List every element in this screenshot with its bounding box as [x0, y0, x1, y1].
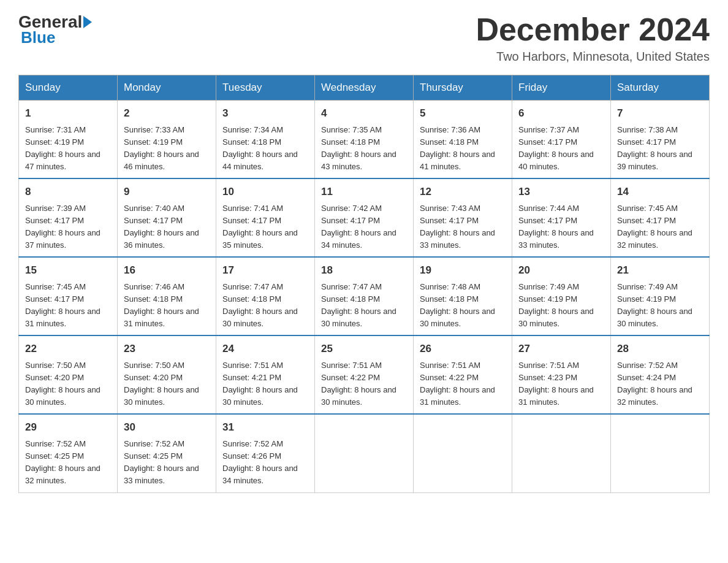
column-header-saturday: Saturday — [611, 75, 710, 101]
day-number: 31 — [222, 419, 308, 435]
title-section: December 2024 Two Harbors, Minnesota, Un… — [476, 12, 710, 64]
day-number: 18 — [321, 262, 407, 278]
column-header-tuesday: Tuesday — [216, 75, 315, 101]
calendar-day-cell: 13Sunrise: 7:44 AMSunset: 4:17 PMDayligh… — [512, 178, 611, 257]
calendar-day-cell: 12Sunrise: 7:43 AMSunset: 4:17 PMDayligh… — [414, 178, 512, 257]
day-number: 5 — [420, 105, 506, 121]
day-info: Sunrise: 7:48 AMSunset: 4:18 PMDaylight:… — [420, 281, 506, 331]
column-header-wednesday: Wednesday — [315, 75, 414, 101]
day-number: 4 — [321, 105, 407, 121]
day-info: Sunrise: 7:33 AMSunset: 4:19 PMDaylight:… — [124, 124, 210, 174]
day-info: Sunrise: 7:39 AMSunset: 4:17 PMDaylight:… — [25, 202, 111, 252]
day-number: 8 — [25, 184, 111, 200]
calendar-table: SundayMondayTuesdayWednesdayThursdayFrid… — [18, 75, 710, 492]
calendar-day-cell: 25Sunrise: 7:51 AMSunset: 4:22 PMDayligh… — [315, 335, 414, 414]
day-number: 19 — [420, 262, 506, 278]
day-info: Sunrise: 7:51 AMSunset: 4:22 PMDaylight:… — [321, 359, 407, 409]
page-header: General Blue December 2024 Two Harbors, … — [18, 12, 710, 64]
day-number: 17 — [222, 262, 308, 278]
calendar-day-cell: 19Sunrise: 7:48 AMSunset: 4:18 PMDayligh… — [414, 257, 512, 335]
calendar-day-cell: 26Sunrise: 7:51 AMSunset: 4:22 PMDayligh… — [414, 335, 512, 414]
calendar-day-cell: 22Sunrise: 7:50 AMSunset: 4:20 PMDayligh… — [19, 335, 118, 414]
calendar-day-cell: 4Sunrise: 7:35 AMSunset: 4:18 PMDaylight… — [315, 101, 414, 179]
day-number: 16 — [124, 262, 210, 278]
day-number: 15 — [25, 262, 111, 278]
column-header-sunday: Sunday — [19, 75, 118, 101]
column-header-thursday: Thursday — [414, 75, 512, 101]
day-info: Sunrise: 7:47 AMSunset: 4:18 PMDaylight:… — [321, 281, 407, 331]
day-number: 24 — [222, 341, 308, 357]
calendar-week-row: 1Sunrise: 7:31 AMSunset: 4:19 PMDaylight… — [19, 101, 710, 179]
calendar-day-cell: 5Sunrise: 7:36 AMSunset: 4:18 PMDaylight… — [414, 101, 512, 179]
calendar-day-cell: 18Sunrise: 7:47 AMSunset: 4:18 PMDayligh… — [315, 257, 414, 335]
location-subtitle: Two Harbors, Minnesota, United States — [476, 50, 710, 64]
day-info: Sunrise: 7:40 AMSunset: 4:17 PMDaylight:… — [124, 202, 210, 252]
calendar-day-cell: 29Sunrise: 7:52 AMSunset: 4:25 PMDayligh… — [19, 414, 118, 492]
day-info: Sunrise: 7:52 AMSunset: 4:26 PMDaylight:… — [222, 438, 308, 488]
calendar-day-cell: 31Sunrise: 7:52 AMSunset: 4:26 PMDayligh… — [216, 414, 315, 492]
logo-blue-text: Blue — [21, 28, 55, 47]
day-number: 30 — [124, 419, 210, 435]
day-number: 28 — [617, 341, 703, 357]
day-info: Sunrise: 7:37 AMSunset: 4:17 PMDaylight:… — [518, 124, 604, 174]
logo: General Blue — [18, 12, 93, 47]
day-info: Sunrise: 7:44 AMSunset: 4:17 PMDaylight:… — [518, 202, 604, 252]
calendar-week-row: 29Sunrise: 7:52 AMSunset: 4:25 PMDayligh… — [19, 414, 710, 492]
day-info: Sunrise: 7:46 AMSunset: 4:18 PMDaylight:… — [124, 281, 210, 331]
day-number: 14 — [617, 184, 703, 200]
calendar-day-cell: 21Sunrise: 7:49 AMSunset: 4:19 PMDayligh… — [611, 257, 710, 335]
day-info: Sunrise: 7:49 AMSunset: 4:19 PMDaylight:… — [518, 281, 604, 331]
calendar-day-cell: 14Sunrise: 7:45 AMSunset: 4:17 PMDayligh… — [611, 178, 710, 257]
day-number: 6 — [518, 105, 604, 121]
calendar-day-cell: 10Sunrise: 7:41 AMSunset: 4:17 PMDayligh… — [216, 178, 315, 257]
day-info: Sunrise: 7:50 AMSunset: 4:20 PMDaylight:… — [124, 359, 210, 409]
day-info: Sunrise: 7:52 AMSunset: 4:24 PMDaylight:… — [617, 359, 703, 409]
day-info: Sunrise: 7:47 AMSunset: 4:18 PMDaylight:… — [222, 281, 308, 331]
day-info: Sunrise: 7:42 AMSunset: 4:17 PMDaylight:… — [321, 202, 407, 252]
calendar-week-row: 8Sunrise: 7:39 AMSunset: 4:17 PMDaylight… — [19, 178, 710, 257]
calendar-day-cell: 11Sunrise: 7:42 AMSunset: 4:17 PMDayligh… — [315, 178, 414, 257]
day-number: 2 — [124, 105, 210, 121]
calendar-day-cell — [315, 414, 414, 492]
calendar-day-cell: 23Sunrise: 7:50 AMSunset: 4:20 PMDayligh… — [118, 335, 216, 414]
calendar-week-row: 22Sunrise: 7:50 AMSunset: 4:20 PMDayligh… — [19, 335, 710, 414]
month-title: December 2024 — [476, 12, 710, 47]
calendar-day-cell: 1Sunrise: 7:31 AMSunset: 4:19 PMDaylight… — [19, 101, 118, 179]
day-number: 1 — [25, 105, 111, 121]
calendar-day-cell: 20Sunrise: 7:49 AMSunset: 4:19 PMDayligh… — [512, 257, 611, 335]
day-number: 7 — [617, 105, 703, 121]
logo-arrow-icon — [83, 16, 92, 28]
day-info: Sunrise: 7:51 AMSunset: 4:21 PMDaylight:… — [222, 359, 308, 409]
day-info: Sunrise: 7:49 AMSunset: 4:19 PMDaylight:… — [617, 281, 703, 331]
day-info: Sunrise: 7:43 AMSunset: 4:17 PMDaylight:… — [420, 202, 506, 252]
day-info: Sunrise: 7:41 AMSunset: 4:17 PMDaylight:… — [222, 202, 308, 252]
day-info: Sunrise: 7:51 AMSunset: 4:23 PMDaylight:… — [518, 359, 604, 409]
day-info: Sunrise: 7:35 AMSunset: 4:18 PMDaylight:… — [321, 124, 407, 174]
day-number: 9 — [124, 184, 210, 200]
calendar-day-cell: 2Sunrise: 7:33 AMSunset: 4:19 PMDaylight… — [118, 101, 216, 179]
day-number: 12 — [420, 184, 506, 200]
day-number: 25 — [321, 341, 407, 357]
day-info: Sunrise: 7:52 AMSunset: 4:25 PMDaylight:… — [124, 438, 210, 488]
day-number: 21 — [617, 262, 703, 278]
calendar-day-cell — [611, 414, 710, 492]
calendar-day-cell: 28Sunrise: 7:52 AMSunset: 4:24 PMDayligh… — [611, 335, 710, 414]
day-number: 3 — [222, 105, 308, 121]
calendar-day-cell — [414, 414, 512, 492]
calendar-day-cell: 16Sunrise: 7:46 AMSunset: 4:18 PMDayligh… — [118, 257, 216, 335]
day-info: Sunrise: 7:51 AMSunset: 4:22 PMDaylight:… — [420, 359, 506, 409]
day-number: 10 — [222, 184, 308, 200]
calendar-day-cell — [512, 414, 611, 492]
day-info: Sunrise: 7:31 AMSunset: 4:19 PMDaylight:… — [25, 124, 111, 174]
calendar-day-cell: 30Sunrise: 7:52 AMSunset: 4:25 PMDayligh… — [118, 414, 216, 492]
day-number: 13 — [518, 184, 604, 200]
day-number: 26 — [420, 341, 506, 357]
calendar-day-cell: 3Sunrise: 7:34 AMSunset: 4:18 PMDaylight… — [216, 101, 315, 179]
calendar-day-cell: 8Sunrise: 7:39 AMSunset: 4:17 PMDaylight… — [19, 178, 118, 257]
day-number: 23 — [124, 341, 210, 357]
day-info: Sunrise: 7:45 AMSunset: 4:17 PMDaylight:… — [25, 281, 111, 331]
day-info: Sunrise: 7:38 AMSunset: 4:17 PMDaylight:… — [617, 124, 703, 174]
day-info: Sunrise: 7:45 AMSunset: 4:17 PMDaylight:… — [617, 202, 703, 252]
day-info: Sunrise: 7:52 AMSunset: 4:25 PMDaylight:… — [25, 438, 111, 488]
day-number: 27 — [518, 341, 604, 357]
